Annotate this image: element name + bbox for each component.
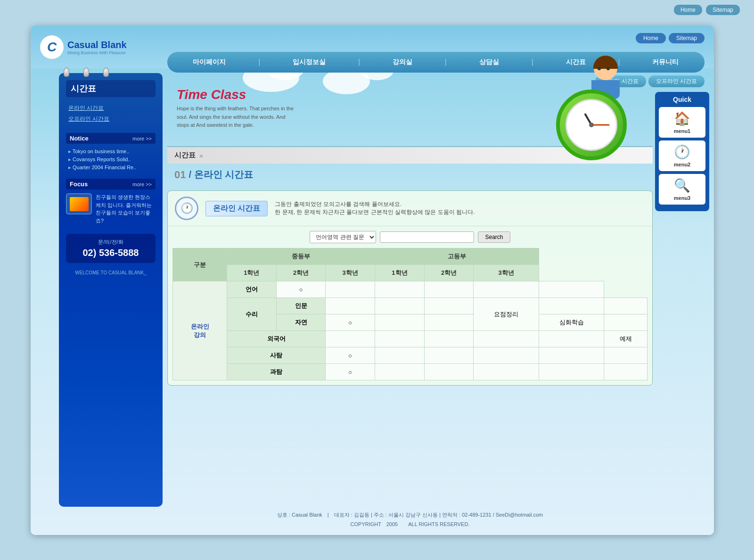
phone-label: 문/의/전/화 xyxy=(71,239,151,246)
row-language: 언어 xyxy=(227,281,277,298)
hero-area: Time Class Hope is the thing with feathe… xyxy=(167,71,653,146)
logo-letter: C xyxy=(47,40,57,55)
table-row: 사탐 ○ xyxy=(173,347,647,364)
clock-illustration xyxy=(549,57,643,160)
sub-col-g2: 2학년 xyxy=(424,265,474,281)
cell-for-g2 xyxy=(539,331,604,347)
search-select[interactable]: 언어영역 관련 질문 xyxy=(310,231,376,243)
notice-title: Notice xyxy=(70,135,89,142)
cell-inmon-j1 xyxy=(326,298,375,314)
cell-sat-g1 xyxy=(474,347,539,364)
sidebar: 시간표 온라인 시간표 오프라인 시간표 Notice more >> Toky… xyxy=(59,73,163,507)
col-header-gubun: 구분 xyxy=(173,248,227,281)
cell-sat-j3 xyxy=(424,347,474,364)
nav-community[interactable]: 커뮤니티 xyxy=(652,58,679,66)
focus-content: 친구들의 생생한 현장스케치 입니다. 즐거워하는 친구들의 모습이 보기좋죠? xyxy=(66,193,156,224)
cell-gwat-j1: ○ xyxy=(326,364,375,380)
sub-col-j1: 1학년 xyxy=(227,265,277,281)
search-button[interactable]: Search xyxy=(478,231,510,243)
row-foreign: 외국어 xyxy=(227,331,326,347)
phone-number: 02) 536-5888 xyxy=(71,247,151,258)
hero-description: Hope is the thing with feathers. That pe… xyxy=(177,105,295,130)
kid-eyes xyxy=(598,67,610,70)
focus-text: 친구들의 생생한 현장스케치 입니다. 즐거워하는 친구들의 모습이 보기좋죠? xyxy=(96,193,156,224)
cell-inmon-g2 xyxy=(539,298,604,314)
quick-item-3[interactable]: 🔍 menu3 xyxy=(659,174,705,205)
col-header-jungbu: 중등부 xyxy=(227,248,375,265)
browser-sitemap-button[interactable]: Sitemap xyxy=(706,5,740,15)
pin-3 xyxy=(103,67,109,77)
cell-inmon-j2 xyxy=(375,298,425,314)
cell-gwat-g2 xyxy=(539,364,604,380)
cell-lang-g1 xyxy=(424,281,474,298)
row-category-online: 온라인강의 xyxy=(173,281,227,380)
sub-col-g3: 3학년 xyxy=(474,265,539,281)
home-nav-button[interactable]: Home xyxy=(636,33,666,43)
sub-col-j3: 3학년 xyxy=(326,265,375,281)
offline-schedule-button[interactable]: 오프라인 시간표 xyxy=(648,75,705,87)
content-box: 🕐 온라인 시간표 그동안 출제되었던 모의고사를 검색해 풀어보세요. 한 문… xyxy=(167,190,653,386)
sitemap-nav-button[interactable]: Sitemap xyxy=(669,33,705,43)
online-desc-line2: 한 문제, 한 문제씩 차근차근 풀다보면 근본적인 실력향상에 많은 도움이 … xyxy=(275,208,475,216)
notice-item-3[interactable]: Quarter 2004 Financial Re.. xyxy=(66,164,156,172)
online-desc-line1: 그동안 출제되었던 모의고사를 검색해 풀어보세요. xyxy=(275,200,475,208)
notice-header: Notice more >> xyxy=(66,133,156,144)
content-area: Time Class Hope is the thing with feathe… xyxy=(167,71,653,507)
quick-item-2[interactable]: 🕐 menu2 xyxy=(659,140,705,171)
nav-mypage[interactable]: 마이페이지 xyxy=(193,58,226,66)
notice-item-1[interactable]: Tokyo on business time.. xyxy=(66,148,156,156)
nav-counseling[interactable]: 상담실 xyxy=(479,58,499,66)
logo-circle: C xyxy=(40,35,64,59)
welcome-text: WELCOME TO CASUAL BLANK_ xyxy=(66,270,156,275)
row-gwatam: 과탐 xyxy=(227,364,326,380)
cell-for-j2 xyxy=(375,331,425,347)
cell-inmon-g3 xyxy=(604,298,647,314)
section-title-row: 01 / 온라인 시간표 xyxy=(167,164,653,186)
main-container: C Casual Blank Mixing Business With Plea… xyxy=(31,26,714,535)
kid-eye-right xyxy=(606,67,610,70)
row-inmon: 인문 xyxy=(276,298,326,314)
sidebar-online-schedule-link[interactable]: 온라인 시간표 xyxy=(66,103,156,114)
quick-title: Quick xyxy=(659,96,705,103)
cell-lang-j2 xyxy=(326,281,375,298)
focus-section: Focus more >> 친구들의 생생한 현장스케치 입니다. 즐거워하는 … xyxy=(66,179,156,224)
notice-more-link[interactable]: more >> xyxy=(132,136,152,141)
cell-lang-j1: ○ xyxy=(276,281,326,298)
row-nature: 자연 xyxy=(276,314,326,331)
clock-outer xyxy=(549,75,634,160)
section-label: / 온라인 시간표 xyxy=(188,168,253,181)
sidebar-section-title: 시간표 xyxy=(66,80,156,97)
online-timetable-label[interactable]: 온라인 시간표 xyxy=(205,201,268,216)
kid-eye-left xyxy=(598,67,601,70)
cell-nat-j1: ○ xyxy=(326,314,375,331)
logo-text: Casual Blank Mixing Business With Pleasu… xyxy=(67,40,127,55)
cell-sat-j1: ○ xyxy=(326,347,375,364)
site-title: Casual Blank xyxy=(67,40,127,50)
notice-section: Notice more >> Tokyo on business time.. … xyxy=(66,133,156,172)
sidebar-offline-schedule-link[interactable]: 오프라인 시간표 xyxy=(66,114,156,124)
cell-gwat-j3 xyxy=(424,364,474,380)
cell-sat-g2 xyxy=(539,347,604,364)
footer: 상호 : Casual Blank | 대표자 : 김길동 | 주소 : 서울시… xyxy=(167,505,653,535)
clock-ring xyxy=(556,90,627,160)
cell-inmon-j3 xyxy=(424,298,474,314)
search-input[interactable] xyxy=(380,231,474,243)
notice-item-2[interactable]: Covansys Reports Solid.. xyxy=(66,156,156,164)
nav-lecture[interactable]: 강의실 xyxy=(393,58,412,66)
tv-icon xyxy=(66,193,92,214)
cell-sat-j2 xyxy=(375,347,425,364)
cell-lang-g3 xyxy=(539,281,604,298)
cell-for-j3 xyxy=(424,331,474,347)
nav-admissions[interactable]: 입시정보실 xyxy=(293,58,326,66)
sub-col-g1: 1학년 xyxy=(375,265,425,281)
menu1-icon: 🏠 xyxy=(674,111,690,126)
focus-more-link[interactable]: more >> xyxy=(132,181,152,187)
row-math: 수리 xyxy=(227,298,277,331)
cell-gwat-g3 xyxy=(604,364,647,380)
browser-home-button[interactable]: Home xyxy=(674,5,702,15)
footer-line1: 상호 : Casual Blank | 대표자 : 김길동 | 주소 : 서울시… xyxy=(173,511,647,520)
quick-item-1[interactable]: 🏠 menu1 xyxy=(659,107,705,138)
table-container: 구분 중등부 고등부 1학년 2학년 3학년 1학년 2학년 3학년 xyxy=(168,248,652,385)
menu2-label: menu2 xyxy=(674,162,690,167)
focus-header: Focus more >> xyxy=(66,179,156,189)
